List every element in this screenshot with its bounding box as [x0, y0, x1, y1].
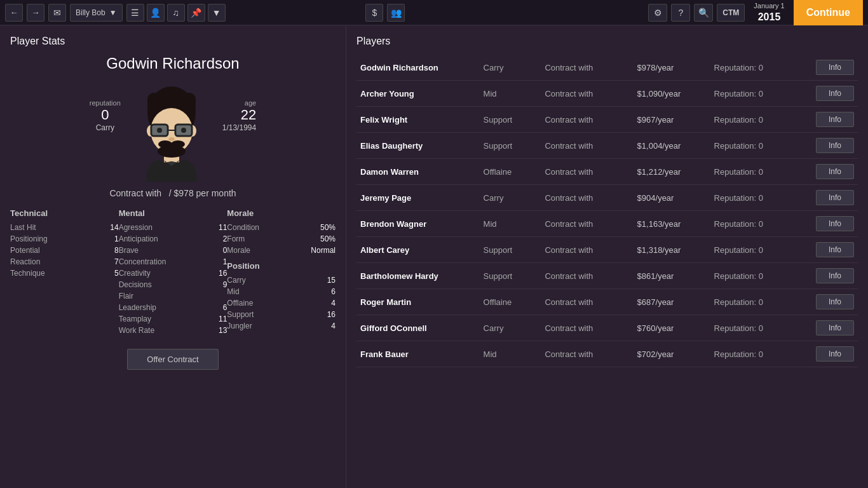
player-role-cell: Mid: [480, 81, 541, 107]
info-button[interactable]: Info: [816, 268, 854, 283]
info-button[interactable]: Info: [816, 216, 854, 231]
stat-name: Support: [227, 310, 254, 319]
nav-icon-1[interactable]: ☰: [126, 4, 144, 22]
technical-stat-row: Last Hit14: [10, 222, 119, 233]
player-info-cell: Info: [803, 211, 858, 237]
table-row[interactable]: Gifford OConnell Carry Contract with $76…: [356, 315, 858, 341]
info-button[interactable]: Info: [816, 346, 854, 362]
table-row[interactable]: Albert Carey Support Contract with $1,31…: [356, 237, 858, 263]
stats-grid: Technical Last Hit14Positioning1Potentia…: [10, 208, 336, 336]
stat-value: 1: [214, 257, 227, 266]
morale-stat-row: Condition50%: [227, 222, 336, 233]
player-rep-cell: Reputation: 0: [710, 341, 803, 367]
info-button[interactable]: Info: [816, 112, 854, 127]
settings-button[interactable]: ⚙: [648, 4, 667, 22]
stat-name: Condition: [227, 223, 259, 232]
back-button[interactable]: ←: [5, 4, 23, 22]
contract-label: Contract with: [109, 188, 161, 198]
nav-icon-4[interactable]: 📌: [187, 4, 205, 22]
position-section: Position Carry15Mid6Offlaine4Support16Ju…: [227, 261, 336, 332]
player-salary-cell: $702/year: [634, 341, 710, 367]
table-row[interactable]: Bartholomew Hardy Support Contract with …: [356, 263, 858, 289]
table-row[interactable]: Godwin Richardson Carry Contract with $9…: [356, 55, 858, 81]
player-rep-cell: Reputation: 0: [710, 133, 803, 159]
nav-right: ⚙ ? 🔍 CTM January 1 2015 Continue: [648, 0, 863, 25]
info-button[interactable]: Info: [816, 60, 854, 75]
stat-name: Teamplay: [119, 315, 151, 323]
info-button[interactable]: Info: [816, 164, 854, 179]
continue-button[interactable]: Continue: [794, 0, 863, 25]
table-row[interactable]: Elias Daugherty Support Contract with $1…: [356, 133, 858, 159]
forward-button[interactable]: →: [27, 4, 44, 22]
position-stat-row: Jungler4: [227, 320, 336, 332]
player-salary-cell: $1,212/year: [634, 159, 710, 185]
player-role-cell: Offlaine: [480, 159, 541, 185]
stat-value: 11: [214, 223, 227, 232]
year-label: 2015: [754, 11, 784, 23]
players-title: Players: [356, 36, 858, 47]
player-info-cell: Info: [803, 263, 858, 289]
age-value: 22: [222, 107, 256, 123]
mental-stat-row: Agression11: [119, 222, 227, 233]
player-name-cell: Bartholomew Hardy: [356, 263, 480, 289]
player-rep-cell: Reputation: 0: [710, 107, 803, 133]
player-role-cell: Support: [480, 263, 541, 289]
stat-name: Morale: [227, 246, 250, 255]
ctm-button[interactable]: CTM: [717, 4, 745, 22]
avatar: [133, 80, 210, 182]
info-button[interactable]: Info: [816, 294, 854, 309]
info-button[interactable]: Info: [816, 320, 854, 336]
table-row[interactable]: Roger Martin Offlaine Contract with $687…: [356, 289, 858, 315]
player-name-cell: Frank Bauer: [356, 341, 480, 367]
players-icon-button[interactable]: 👥: [387, 4, 405, 22]
money-icon-button[interactable]: $: [365, 4, 383, 22]
stat-value: 6: [331, 287, 336, 296]
contract-row: Contract with / $978 per month: [10, 188, 336, 198]
stat-value: 1: [106, 234, 119, 243]
table-row[interactable]: Felix Wright Support Contract with $967/…: [356, 107, 858, 133]
help-button[interactable]: ?: [671, 4, 690, 22]
info-button[interactable]: Info: [816, 242, 854, 257]
technical-col: Technical Last Hit14Positioning1Potentia…: [10, 208, 119, 336]
player-contract-cell: Contract with: [541, 237, 633, 263]
reputation-block: reputation 0 Carry: [90, 99, 121, 132]
nav-icon-2[interactable]: 👤: [147, 4, 165, 22]
player-info-cell: Info: [803, 133, 858, 159]
technical-stat-row: Potential8: [10, 245, 119, 256]
morale-stats: Condition50%Form50%MoraleNormal: [227, 222, 336, 256]
info-button[interactable]: Info: [816, 138, 854, 153]
stat-name: Technique: [10, 269, 45, 278]
stat-value: 15: [327, 276, 336, 285]
stat-name: Positioning: [10, 234, 48, 243]
position-header: Position: [227, 261, 336, 271]
info-button[interactable]: Info: [816, 86, 854, 101]
stat-value: 4: [331, 299, 336, 308]
table-row[interactable]: Brendon Wagner Mid Contract with $1,163/…: [356, 211, 858, 237]
info-button[interactable]: Info: [816, 190, 854, 205]
search-button[interactable]: 🔍: [694, 4, 713, 22]
table-row[interactable]: Jeremy Page Carry Contract with $904/yea…: [356, 185, 858, 211]
mental-stats: Agression11Anticipation2Brave0Concentrat…: [119, 222, 227, 336]
player-name-cell: Albert Carey: [356, 237, 480, 263]
svg-point-11: [157, 128, 162, 133]
player-name-cell: Brendon Wagner: [356, 211, 480, 237]
table-row[interactable]: Frank Bauer Mid Contract with $702/year …: [356, 341, 858, 367]
mail-icon-button[interactable]: ✉: [48, 4, 66, 22]
table-row[interactable]: Damon Warren Offlaine Contract with $1,2…: [356, 159, 858, 185]
stat-name: Jungler: [227, 322, 252, 330]
offer-contract-button[interactable]: Offer Contract: [127, 349, 218, 370]
date-label: January 1: [754, 2, 784, 10]
dropdown-icon: ▼: [109, 8, 117, 17]
nav-icon-3[interactable]: ♫: [167, 4, 185, 22]
age-label: age: [222, 99, 256, 107]
player-contract-cell: Contract with: [541, 159, 633, 185]
reputation-value: 0: [90, 107, 121, 123]
user-menu[interactable]: Billy Bob ▼: [70, 4, 123, 22]
player-contract-cell: Contract with: [541, 211, 633, 237]
nav-dropdown[interactable]: ▼: [208, 4, 226, 22]
role-label: Carry: [90, 123, 121, 132]
mental-stat-row: Decisions9: [119, 279, 227, 290]
svg-point-13: [168, 137, 175, 141]
table-row[interactable]: Archer Young Mid Contract with $1,090/ye…: [356, 81, 858, 107]
player-info-cell: Info: [803, 289, 858, 315]
